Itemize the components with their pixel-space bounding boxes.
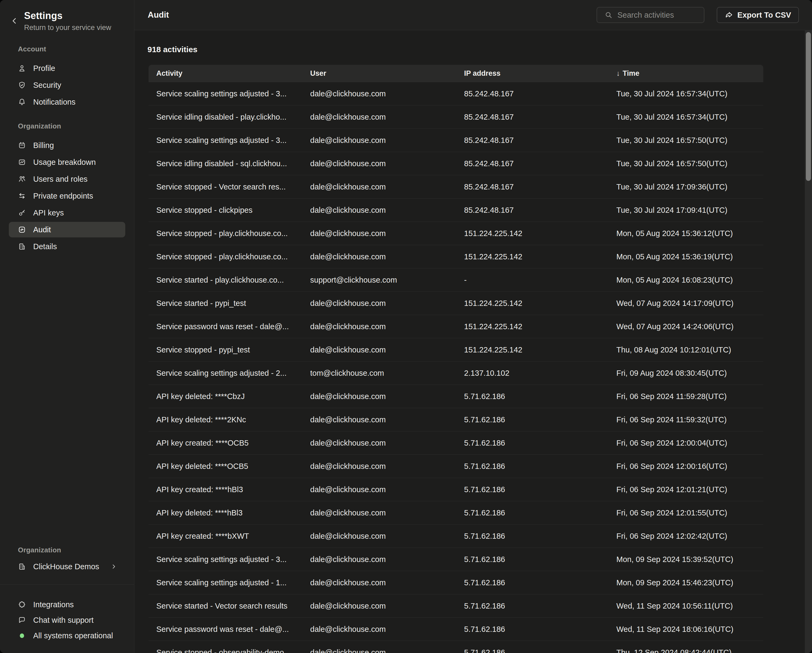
cell-activity: Service started - play.clickhouse.co... [148,276,302,284]
cell-user: dale@clickhouse.com [302,159,456,168]
cell-time: Wed, 11 Sep 2024 18:06:16(UTC) [609,625,763,634]
activities-count: 918 activities [148,45,197,54]
chat-bubble-icon [18,616,26,624]
table-row[interactable]: Service idling disabled - play.clickho..… [148,105,763,129]
table-row[interactable]: Service stopped - play.clickhouse.co... … [148,222,763,245]
organization-building-icon [18,563,26,571]
column-header-ip-address[interactable]: IP address [456,69,609,78]
table-row[interactable]: Service scaling settings adjusted - 2...… [148,362,763,385]
cell-time: Tue, 30 Jul 2024 17:09:36(UTC) [609,183,763,191]
cell-user: dale@clickhouse.com [302,252,456,261]
cell-activity: API key created: ****bXWT [148,532,302,541]
back-button[interactable] [11,16,20,26]
cell-user: dale@clickhouse.com [302,555,456,564]
table-row[interactable]: Service stopped - play.clickhouse.co... … [148,245,763,269]
green-status-dot [20,633,24,638]
cell-activity: Service scaling settings adjusted - 3... [148,89,302,98]
cell-user: dale@clickhouse.com [302,322,456,331]
cell-ip-address: 85.242.48.167 [456,89,609,98]
column-header-time[interactable]: ↓ Time [609,69,763,78]
table-row[interactable]: API key deleted: ****CbzJ dale@clickhous… [148,385,763,408]
export-to-csv-button[interactable]: Export To CSV [717,7,799,23]
search-activities-input[interactable] [617,11,693,20]
sidebar-footer-divider [0,584,134,585]
table-row[interactable]: Service stopped - clickpipes dale@clickh… [148,198,763,222]
cell-user: dale@clickhouse.com [302,89,456,98]
cell-activity: Service scaling settings adjusted - 2... [148,369,302,378]
sidebar-item-label: Billing [33,141,54,150]
table-row[interactable]: API key created: ****bXWT dale@clickhous… [148,525,763,548]
sidebar-item-users-and-roles[interactable]: Users and roles [9,171,125,187]
sidebar-footer-nav: Integrations Chat with support All syste… [9,597,125,644]
chevron-left-icon [11,17,20,25]
cell-ip-address: 5.71.62.186 [456,578,609,587]
sidebar-item-security[interactable]: Security [9,77,125,93]
sidebar-item-profile[interactable]: Profile [9,61,125,76]
cell-time: Mon, 05 Aug 2024 16:08:23(UTC) [609,276,763,284]
table-row[interactable]: API key deleted: ****hBl3 dale@clickhous… [148,501,763,525]
cell-time: Thu, 08 Aug 2024 10:12:01(UTC) [609,345,763,354]
sidebar-item-notifications[interactable]: Notifications [9,94,125,110]
table-row[interactable]: API key created: ****OCB5 dale@clickhous… [148,432,763,455]
table-row[interactable]: Service scaling settings adjusted - 3...… [148,129,763,152]
return-to-service-link[interactable]: Return to your service view [24,24,111,32]
cell-ip-address: 151.224.225.142 [456,252,609,261]
table-row[interactable]: Service scaling settings adjusted - 1...… [148,571,763,594]
column-header-user[interactable]: User [302,69,456,78]
cell-activity: API key created: ****OCB5 [148,439,302,447]
table-row[interactable]: Service started - Vector search results … [148,594,763,618]
chat-with-support-link[interactable]: Chat with support [9,613,125,627]
system-status-link[interactable]: All systems operational [9,628,125,643]
cell-ip-address: 5.71.62.186 [456,485,609,494]
sidebar-item-details[interactable]: Details [9,239,125,254]
sidebar-item-billing[interactable]: Billing [9,137,125,153]
sidebar-item-usage-breakdown[interactable]: Usage breakdown [9,154,125,170]
cell-user: dale@clickhouse.com [302,392,456,401]
sidebar-item-label: Security [33,81,61,90]
vertical-scrollbar-thumb[interactable] [806,32,811,181]
cell-time: Fri, 06 Sep 2024 12:02:42(UTC) [609,532,763,541]
cell-user: dale@clickhouse.com [302,439,456,447]
sidebar-item-api-keys[interactable]: API keys [9,205,125,221]
table-row[interactable]: Service stopped - pypi_test dale@clickho… [148,338,763,362]
integrations-link[interactable]: Integrations [9,597,125,612]
table-row[interactable]: Service idling disabled - sql.clickhou..… [148,152,763,175]
table-row[interactable]: Service password was reset - dale@... da… [148,315,763,338]
table-row[interactable]: API key deleted: ****OCB5 dale@clickhous… [148,455,763,478]
vertical-scrollbar-track[interactable] [805,30,812,653]
organization-switcher: ClickHouse Demos [9,559,125,576]
sidebar-item-audit[interactable]: Audit [9,222,125,237]
table-row[interactable]: Service started - pypi_test dale@clickho… [148,292,763,315]
cell-time: Mon, 09 Sep 2024 15:39:52(UTC) [609,555,763,564]
table-row[interactable]: API key deleted: ****2KNc dale@clickhous… [148,408,763,432]
cell-activity: Service scaling settings adjusted - 1... [148,578,302,587]
cell-ip-address: 151.224.225.142 [456,345,609,354]
sidebar-item-private-endpoints[interactable]: Private endpoints [9,188,125,204]
table-row[interactable]: Service started - play.clickhouse.co... … [148,269,763,292]
table-row[interactable]: Service stopped - Vector search res... d… [148,175,763,198]
cell-time: Thu, 12 Sep 2024 08:42:44(UTC) [609,648,763,653]
table-row[interactable]: Service scaling settings adjusted - 3...… [148,548,763,571]
cell-activity: Service started - Vector search results [148,602,302,610]
cell-ip-address: 5.71.62.186 [456,648,609,653]
table-row[interactable]: Service password was reset - dale@... da… [148,618,763,641]
cell-time: Mon, 05 Aug 2024 15:36:19(UTC) [609,252,763,261]
cell-user: dale@clickhouse.com [302,462,456,471]
swap-arrows-icon [18,192,26,200]
cell-user: dale@clickhouse.com [302,508,456,517]
chart-icon [18,158,26,166]
table-row[interactable]: API key created: ****hBl3 dale@clickhous… [148,478,763,501]
column-header-activity[interactable]: Activity [148,69,302,78]
cell-activity: Service stopped - play.clickhouse.co... [148,252,302,261]
shield-check-icon [18,81,26,89]
organization-menu-item[interactable]: ClickHouse Demos [9,559,125,574]
table-row[interactable]: Service stopped - observability-demo dal… [148,641,763,653]
chevron-right-icon [111,564,117,569]
cell-user: dale@clickhouse.com [302,206,456,215]
cell-user: dale@clickhouse.com [302,532,456,541]
table-row[interactable]: Service scaling settings adjusted - 3...… [148,82,763,105]
cell-time: Fri, 09 Aug 2024 08:30:45(UTC) [609,369,763,378]
cell-time: Tue, 30 Jul 2024 16:57:50(UTC) [609,159,763,168]
main-content: Audit Export To CSV 918 activities Activ… [134,0,812,653]
audit-table: Activity User IP address ↓ Time Service … [148,65,763,653]
